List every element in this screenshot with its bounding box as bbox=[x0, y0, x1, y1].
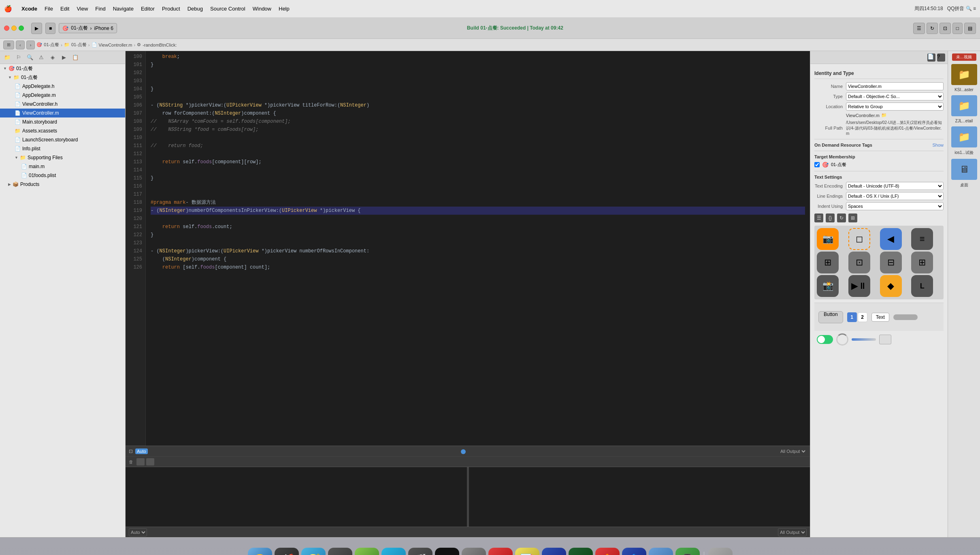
breadcrumb-folder[interactable]: 01-点餐 bbox=[71, 42, 87, 48]
output-left-pane[interactable] bbox=[126, 467, 467, 527]
dock-safari[interactable]: 🧭 bbox=[301, 548, 326, 555]
cube-icon-btn[interactable]: ◆ bbox=[880, 275, 902, 297]
auto-select[interactable]: Auto bbox=[129, 528, 147, 536]
debug-panel-btn[interactable]: □ bbox=[952, 23, 963, 34]
quick-help-icon[interactable]: ? bbox=[937, 53, 945, 62]
menu-navigate[interactable]: Navigate bbox=[113, 6, 134, 12]
breadcrumb-file[interactable]: ViewController.m bbox=[99, 43, 132, 47]
menu-help[interactable]: Help bbox=[279, 6, 290, 12]
dock-trash[interactable]: 🗑 bbox=[708, 548, 733, 555]
l-shape-icon-btn[interactable]: L bbox=[911, 275, 933, 297]
sidebar-item-root[interactable]: ▼ 🎯 01-点餐 bbox=[0, 64, 125, 73]
play-icon-btn[interactable]: ▶⏸ bbox=[848, 275, 870, 297]
sidebar-item-assets[interactable]: 📁 Assets.xcassets bbox=[0, 126, 125, 135]
dock-quicktime[interactable]: ▶ bbox=[381, 548, 406, 555]
toggle-switch[interactable] bbox=[817, 335, 833, 344]
sidebar-item-supporting-files[interactable]: ▼ 📁 Supporting Files bbox=[0, 153, 125, 162]
sidebar-item-group1[interactable]: ▼ 📁 01-点餐 bbox=[0, 73, 125, 82]
file-inspector-icon[interactable]: 📄 bbox=[927, 53, 935, 62]
menu-view[interactable]: View bbox=[77, 6, 88, 12]
back-icon-btn[interactable]: ◀ bbox=[880, 228, 902, 250]
grid2-icon-btn[interactable]: ⊞ bbox=[911, 252, 933, 273]
code-view-icon[interactable]: {} bbox=[826, 213, 835, 222]
breadcrumb-part2[interactable]: 📁 bbox=[64, 42, 70, 47]
color-well[interactable] bbox=[879, 335, 891, 344]
menu-find[interactable]: Find bbox=[95, 6, 105, 12]
line-endings-select[interactable]: Default - OS X / Unix (LF) bbox=[846, 192, 944, 200]
list-view-icon[interactable]: ☰ bbox=[814, 213, 823, 222]
dock-app2[interactable]: 🔷 bbox=[622, 548, 646, 555]
text-label-btn[interactable]: Text bbox=[871, 313, 889, 322]
dock-imovie[interactable]: 🎬 bbox=[408, 548, 432, 555]
dock-finder2[interactable]: 🗂 bbox=[649, 548, 673, 555]
menu-file[interactable]: File bbox=[45, 6, 53, 12]
sidebar-item-launchscreen[interactable]: 📄 LaunchScreen.storyboard bbox=[0, 135, 125, 144]
sidebar-folder-icon[interactable]: 📁 bbox=[2, 53, 12, 62]
sidebar-item-products[interactable]: ▶ 📦 Products bbox=[0, 180, 125, 189]
gradient-slider[interactable] bbox=[852, 338, 876, 341]
dock-app3[interactable]: 📱 bbox=[675, 548, 700, 555]
show-btn[interactable]: Show bbox=[932, 143, 944, 147]
close-button[interactable] bbox=[4, 26, 9, 31]
dock-launchpad[interactable]: 🚀 bbox=[275, 548, 299, 555]
dock-excel[interactable]: X bbox=[569, 548, 593, 555]
sidebar-item-viewcontroller-m[interactable]: 📄 ViewController.m bbox=[0, 109, 125, 117]
output-right-pane[interactable] bbox=[469, 467, 810, 527]
button-label-btn[interactable]: Button bbox=[818, 311, 843, 323]
sidebar-log-icon[interactable]: 📋 bbox=[70, 53, 80, 62]
stop-button[interactable]: ■ bbox=[45, 23, 55, 34]
grid-view-icon[interactable]: ⊞ bbox=[848, 213, 857, 222]
minimize-button[interactable] bbox=[11, 26, 17, 31]
layout-icon-btn[interactable]: ⊡ bbox=[848, 252, 870, 273]
split-left-btn[interactable] bbox=[136, 458, 145, 465]
sidebar-warning-icon[interactable]: ⚠ bbox=[36, 53, 46, 62]
breadcrumb-part1[interactable]: 01-点餐 bbox=[44, 42, 59, 48]
far-right-folder-zjl[interactable]: 📁 bbox=[951, 95, 977, 116]
menu-source-control[interactable]: Source Control bbox=[210, 6, 245, 12]
dock-system1[interactable]: ⚙ bbox=[462, 548, 486, 555]
sidebar-item-foods-plist[interactable]: 📄 01foods.plist bbox=[0, 171, 125, 180]
breadcrumb-forward[interactable]: › bbox=[26, 41, 35, 49]
location-select[interactable]: Relative to Group bbox=[846, 102, 944, 111]
refresh-view-icon[interactable]: ↻ bbox=[837, 213, 846, 222]
menu-window[interactable]: Window bbox=[253, 6, 271, 12]
inspector-toggle[interactable]: ▤ bbox=[964, 23, 976, 34]
menu-editor[interactable]: Editor bbox=[141, 6, 155, 12]
sidebar-breakpoint-icon[interactable]: ▶ bbox=[59, 53, 69, 62]
dock-iphoto[interactable]: 📷 bbox=[355, 548, 379, 555]
dock-finder[interactable]: 😊 bbox=[248, 548, 272, 555]
dock-mouse[interactable]: 🖱 bbox=[328, 548, 352, 555]
sidebar-item-viewcontroller-h[interactable]: 📄 ViewController.h bbox=[0, 100, 125, 109]
indent-select[interactable]: Spaces bbox=[846, 202, 944, 210]
grid-icon-btn[interactable]: ⊞ bbox=[817, 252, 839, 273]
code-editor[interactable]: break; } } - (NSString *)pickerView:(UIP… bbox=[146, 51, 810, 446]
split-editor-btn[interactable]: ⊡ bbox=[940, 23, 951, 34]
far-right-folder-ios[interactable]: 📁 bbox=[951, 126, 977, 147]
sidebar-filter-icon[interactable]: ⚐ bbox=[14, 53, 23, 62]
far-right-folder-desktop[interactable]: 🖥 bbox=[951, 159, 977, 180]
maximize-button[interactable] bbox=[19, 26, 24, 31]
photo-icon-btn[interactable]: 📸 bbox=[817, 275, 839, 297]
slider-widget[interactable] bbox=[893, 314, 918, 320]
num2-btn[interactable]: 2 bbox=[858, 312, 867, 322]
sidebar-search-icon[interactable]: 🔍 bbox=[25, 53, 35, 62]
apple-menu[interactable]: 🍎 bbox=[4, 5, 12, 13]
refresh-btn[interactable]: ↻ bbox=[927, 23, 938, 34]
dock-red[interactable]: P bbox=[488, 548, 513, 555]
num1-btn[interactable]: 1 bbox=[847, 312, 857, 322]
text-encoding-select[interactable]: Default - Unicode (UTF-8) bbox=[846, 182, 944, 190]
target-checkbox[interactable] bbox=[814, 162, 820, 167]
dock-notes[interactable]: 📝 bbox=[515, 548, 539, 555]
menu-product[interactable]: Product bbox=[162, 6, 180, 12]
dock-app1[interactable]: 🔶 bbox=[595, 548, 620, 555]
expand-btn[interactable]: ⊡ bbox=[129, 448, 133, 454]
trash-icon[interactable]: 🗑 bbox=[129, 459, 133, 464]
sidebar-item-appdelegate-m[interactable]: 📄 AppDelegate.m bbox=[0, 91, 125, 100]
far-right-folder-ksi[interactable]: 📁 bbox=[951, 64, 977, 85]
output-filter-select[interactable]: All Output bbox=[778, 528, 807, 536]
menu-xcode[interactable]: Xcode bbox=[21, 6, 37, 12]
run-button[interactable]: ▶ bbox=[31, 23, 42, 34]
sidebar-item-main-storyboard[interactable]: 📄 Main.storyboard bbox=[0, 117, 125, 126]
breadcrumb-back[interactable]: ‹ bbox=[16, 41, 25, 49]
menu-edit[interactable]: Edit bbox=[60, 6, 69, 12]
